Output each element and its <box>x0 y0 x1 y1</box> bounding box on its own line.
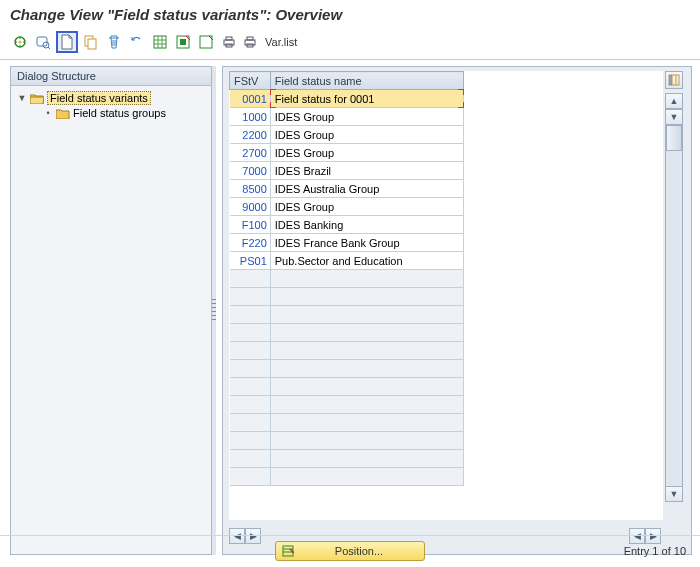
vertical-scrollbar[interactable]: ▲ ▼ ▼ <box>665 93 683 502</box>
svg-rect-10 <box>226 37 232 40</box>
cell-name[interactable]: IDES Group <box>270 108 463 126</box>
table-field-status-variants: FStV Field status name 0001Field status … <box>229 71 464 486</box>
cell-code[interactable]: 2700 <box>230 144 271 162</box>
cell-name[interactable]: IDES Brazil <box>270 162 463 180</box>
svg-rect-4 <box>88 39 96 49</box>
table-row[interactable]: 1000IDES Group <box>230 108 464 126</box>
table-row[interactable]: 2700IDES Group <box>230 144 464 162</box>
cell-code[interactable]: 8500 <box>230 180 271 198</box>
table-row-empty <box>230 288 464 306</box>
toolbar: Var.list <box>0 27 700 60</box>
cell-code[interactable]: 7000 <box>230 162 271 180</box>
table-row-empty <box>230 414 464 432</box>
table-row[interactable]: 0001Field status for 0001 <box>230 90 464 108</box>
folder-icon <box>56 108 70 119</box>
folder-open-icon <box>30 93 44 104</box>
btn-new-entries[interactable] <box>56 31 78 53</box>
btn-other-view[interactable] <box>10 32 30 52</box>
btn-undo[interactable] <box>127 32 147 52</box>
svg-rect-7 <box>180 39 186 45</box>
varlist-label: Var.list <box>263 36 297 48</box>
col-header-fstv[interactable]: FStV <box>230 72 271 90</box>
table-row[interactable]: 9000IDES Group <box>230 198 464 216</box>
position-label: Position... <box>300 545 418 557</box>
btn-deselect-all[interactable] <box>196 32 216 52</box>
table-row-empty <box>230 360 464 378</box>
cell-name[interactable]: IDES Group <box>270 198 463 216</box>
table-row[interactable]: F100IDES Banking <box>230 216 464 234</box>
tree-header: Dialog Structure <box>11 67 211 86</box>
table-row[interactable]: F220IDES France Bank Group <box>230 234 464 252</box>
cell-name[interactable]: IDES Group <box>270 144 463 162</box>
tree-label: Field status variants <box>47 91 151 105</box>
position-icon <box>282 545 294 557</box>
svg-rect-16 <box>669 75 672 85</box>
table-row-empty <box>230 378 464 396</box>
btn-display[interactable] <box>33 32 53 52</box>
content-panel: FStV Field status name 0001Field status … <box>222 66 692 555</box>
table-row-empty <box>230 270 464 288</box>
scroll-thumb[interactable] <box>666 125 682 151</box>
table-row-empty <box>230 324 464 342</box>
btn-select-all[interactable] <box>150 32 170 52</box>
scroll-bottom-icon[interactable]: ▼ <box>665 486 683 502</box>
btn-delete[interactable] <box>104 32 124 52</box>
splitter[interactable] <box>212 66 216 555</box>
table-row[interactable]: PS01Pub.Sector and Education <box>230 252 464 270</box>
table-row[interactable]: 2200IDES Group <box>230 126 464 144</box>
btn-select-block[interactable] <box>173 32 193 52</box>
svg-rect-1 <box>37 37 47 46</box>
table-row-empty <box>230 396 464 414</box>
cell-name[interactable]: IDES Banking <box>270 216 463 234</box>
cell-code[interactable]: 9000 <box>230 198 271 216</box>
table-row[interactable]: 8500IDES Australia Group <box>230 180 464 198</box>
table-row[interactable]: 7000IDES Brazil <box>230 162 464 180</box>
dialog-structure-panel: Dialog Structure ▼ Field status variants… <box>10 66 212 555</box>
page-title: Change View "Field status variants": Ove… <box>0 0 700 27</box>
footer: Position... Entry 1 of 10 <box>0 535 700 565</box>
svg-rect-5 <box>154 36 166 48</box>
table-row-empty <box>230 342 464 360</box>
btn-print-varlist[interactable] <box>242 32 260 52</box>
cell-name[interactable]: IDES France Bank Group <box>270 234 463 252</box>
entry-count: Entry 1 of 10 <box>624 545 686 557</box>
bullet: • <box>43 108 53 118</box>
cell-name[interactable]: Field status for 0001 <box>270 90 463 108</box>
tree-item-field-status-groups[interactable]: • Field status groups <box>13 106 209 120</box>
btn-print[interactable] <box>219 32 239 52</box>
btn-configure-columns[interactable] <box>665 71 683 89</box>
cell-code[interactable]: F100 <box>230 216 271 234</box>
cell-name[interactable]: Pub.Sector and Education <box>270 252 463 270</box>
cell-code[interactable]: 0001 <box>230 90 271 108</box>
cell-code[interactable]: F220 <box>230 234 271 252</box>
cell-code[interactable]: 1000 <box>230 108 271 126</box>
cell-name[interactable]: IDES Australia Group <box>270 180 463 198</box>
cell-name[interactable]: IDES Group <box>270 126 463 144</box>
table-row-empty <box>230 450 464 468</box>
table-row-empty <box>230 306 464 324</box>
scroll-up-icon[interactable]: ▲ <box>665 93 683 109</box>
svg-point-0 <box>19 41 22 44</box>
table-row-empty <box>230 468 464 486</box>
scroll-down-icon[interactable]: ▼ <box>665 109 683 125</box>
cell-code[interactable]: PS01 <box>230 252 271 270</box>
col-header-name[interactable]: Field status name <box>270 72 463 90</box>
position-button[interactable]: Position... <box>275 541 425 561</box>
cell-code[interactable]: 2200 <box>230 126 271 144</box>
btn-copy[interactable] <box>81 32 101 52</box>
table-row-empty <box>230 432 464 450</box>
svg-rect-13 <box>247 37 253 40</box>
tree-item-field-status-variants[interactable]: ▼ Field status variants <box>13 90 209 106</box>
tree-label: Field status groups <box>73 107 166 119</box>
expand-icon[interactable]: ▼ <box>17 93 27 103</box>
